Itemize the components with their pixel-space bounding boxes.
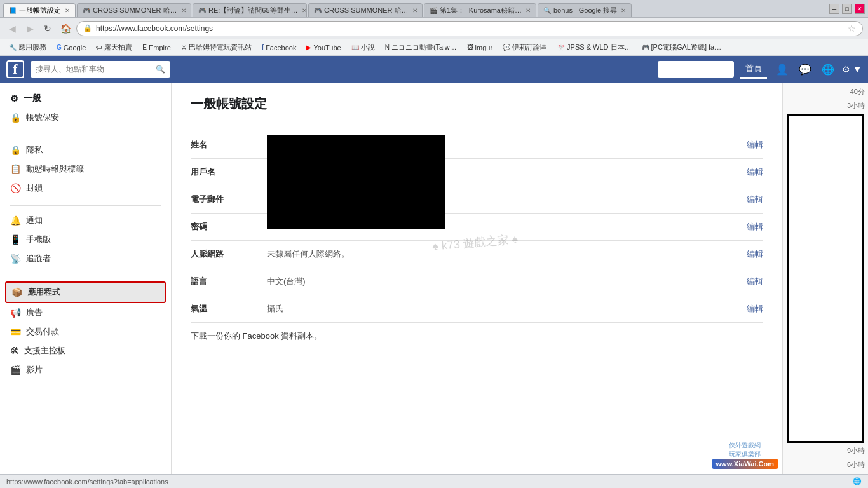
tab-re-discussion[interactable]: 🎮 RE:【討論】請問65等野生… ✕ [193,3,307,17]
download-link-container: 下載一份你的 Facebook 資料副本。 [191,323,763,349]
tab-close-6[interactable]: ✕ [621,7,626,14]
settings-page-title: 一般帳號設定 [191,95,763,119]
fb-home-button[interactable]: 首頁 [740,60,767,79]
home-button[interactable]: 🏠 [58,22,72,36]
right-time-40min: 40分 [786,86,865,98]
tab-favicon-3: 🎮 [198,7,206,14]
fb-nav-icons: 👤 💬 🌐 ⚙ ▼ [773,61,862,78]
sidebar-mobile-label: 手機版 [26,234,51,245]
sidebar-item-payments[interactable]: 💳 交易付款 [0,322,171,341]
sidebar-item-apps[interactable]: 📦 應用程式 [5,281,166,303]
settings-edit-username[interactable]: 編輯 [747,166,763,178]
settings-edit-language[interactable]: 編輯 [747,276,763,287]
notifications-icon: 🔔 [10,215,21,226]
fb-username-box[interactable] [658,61,734,78]
download-link-text[interactable]: 下載一份你的 Facebook 資料副本。 [191,331,322,341]
settings-content: 一般帳號設定 姓名 編輯 用戶名 編輯 電子郵件 編輯 [172,83,782,474]
sidebar-followers-label: 追蹤者 [26,253,51,264]
settings-edit-email[interactable]: 編輯 [747,194,763,205]
bookmark-youtube-label: YouTube [313,44,341,51]
right-time-extra: 9小時 [786,445,865,457]
bookmark-eyny-label: 伊莉訂論區 [512,43,547,52]
fb-messages-icon[interactable]: 💬 [796,61,814,78]
facebook-logo[interactable]: f [6,60,24,78]
tab-google-search[interactable]: 🔍 bonus - Google 搜尋 ✕ [538,3,632,17]
bookmark-bahamut[interactable]: ⚔ 巴哈姆特電玩資訊站 [177,41,255,53]
sidebar-general-label: 一般 [24,93,41,104]
sidebar-item-followers[interactable]: 📡 追蹤者 [0,249,171,268]
minimize-button[interactable]: ─ [829,4,839,14]
bookmark-apps[interactable]: 🔧 應用服務 [5,41,50,53]
sidebar-item-blocking[interactable]: 🚫 封鎖 [0,179,171,198]
followers-icon: 📡 [10,254,21,264]
sidebar-general-header[interactable]: ⚙ 一般 [0,89,171,108]
watermark-container: 俠外遊戲網 玩家俱樂部 www.XiaWai.Com [712,441,778,469]
address-bar[interactable]: 🔒 https://www.facebook.com/settings ☆ [76,21,863,36]
eyny-icon: 💬 [503,44,510,51]
tab-cross-summoner-1[interactable]: 🎮 CROSS SUMMONER 哈… ✕ [77,3,191,17]
sidebar-section-notifications: 🔔 通知 📱 手機版 📡 追蹤者 [0,211,171,268]
bookmark-google[interactable]: G Google [53,43,90,53]
tab-close-2[interactable]: ✕ [181,7,186,14]
sidebar-item-mobile[interactable]: 📱 手機版 [0,230,171,249]
back-button[interactable]: ◀ [5,22,19,36]
tab-label-2: CROSS SUMMONER 哈… [93,6,177,15]
sidebar-section-apps: 📦 應用程式 📢 廣告 💳 交易付款 🛠 支援主控板 🎬 影片 [0,281,171,379]
tab-facebook-settings[interactable]: 📘 一般帳號設定 ✕ [3,3,76,17]
bookmark-ruten-label: 露天拍賣 [104,43,132,52]
empire-icon: E [142,44,147,51]
bookmark-nico[interactable]: N ニコニコ動畫(Taiw… [381,41,461,53]
settings-edit-temperature[interactable]: 編輯 [747,303,763,315]
fb-notifications-icon[interactable]: 🌐 [819,61,837,78]
facebook-search-box[interactable]: 🔍 [31,61,170,78]
status-url: https://www.facebook.com/settings?tab=ap… [6,478,168,485]
bookmark-pc-gal[interactable]: 🎮 [PC電腦GAL遊戲] fa… [638,41,726,53]
main-content: ⚙ 一般 🔒 帳號保安 🔒 隱私 📋 動態時報與標籤 🚫 封鎖 [0,83,868,474]
watermark-domain: www.XiaWai.Com [712,459,778,469]
bookmark-imgur[interactable]: 🖼 imgur [463,43,497,53]
settings-edit-name[interactable]: 編輯 [747,139,763,151]
bookmark-novel[interactable]: 📖 小說 [348,41,379,53]
bookmark-facebook[interactable]: f Facebook [258,43,301,53]
settings-edit-password[interactable]: 編輯 [747,221,763,233]
refresh-button[interactable]: ↻ [41,22,55,36]
close-button[interactable]: ✕ [855,4,865,14]
tab-close-4[interactable]: ✕ [412,7,417,14]
fb-settings-icon[interactable]: ⚙ ▼ [842,64,862,74]
sidebar-item-notifications[interactable]: 🔔 通知 [0,211,171,230]
fb-friends-icon[interactable]: 👤 [773,61,791,78]
bookmark-eyny[interactable]: 💬 伊莉訂論區 [499,41,551,53]
bahamut-icon: ⚔ [181,44,187,51]
tab-cross-summoner-2[interactable]: 🎮 CROSS SUMMONER 哈… ✕ [308,3,423,17]
general-settings-icon: ⚙ [10,93,18,104]
tab-close-5[interactable]: ✕ [526,7,531,14]
sidebar-item-timeline-tags[interactable]: 📋 動態時報與標籤 [0,159,171,179]
settings-label-name: 姓名 [191,139,267,151]
bookmark-empire-label: Empire [149,44,171,51]
maximize-button[interactable]: □ [842,4,852,14]
sidebar-item-videos[interactable]: 🎬 影片 [0,360,171,379]
bookmark-jpss[interactable]: 🎌 JPSS & WLD 日本… [553,41,635,53]
sidebar-item-account-security[interactable]: 🔒 帳號保安 [0,108,171,127]
tab-label-5: 第1集：- Kurosama秘籍… [440,6,522,15]
sidebar-item-support[interactable]: 🛠 支援主控板 [0,341,171,360]
tab-kurosama[interactable]: 🎬 第1集：- Kurosama秘籍… ✕ [424,3,536,17]
settings-value-temperature: 攝氏 [267,303,747,315]
right-ad-box [787,114,864,443]
facebook-search-input[interactable] [36,65,152,74]
sidebar-item-privacy[interactable]: 🔒 隱私 [0,140,171,159]
bookmark-star-icon[interactable]: ☆ [848,24,856,34]
settings-edit-network[interactable]: 編輯 [747,248,763,260]
sidebar-item-ads[interactable]: 📢 廣告 [0,303,171,322]
tab-close-1[interactable]: ✕ [65,7,70,14]
mobile-icon: 📱 [10,234,21,245]
bookmark-youtube[interactable]: ▶ YouTube [302,43,344,53]
blocking-icon: 🚫 [10,183,21,193]
sidebar-account-security-label: 帳號保安 [26,112,59,123]
forward-button[interactable]: ▶ [23,22,37,36]
bookmark-ruten[interactable]: 🏷 露天拍賣 [92,41,136,53]
settings-label-network: 人脈網路 [191,248,267,260]
right-time-extra2: 6小時 [786,459,865,471]
bookmark-empire[interactable]: E Empire [139,43,175,53]
tab-close-3[interactable]: ✕ [302,7,307,14]
